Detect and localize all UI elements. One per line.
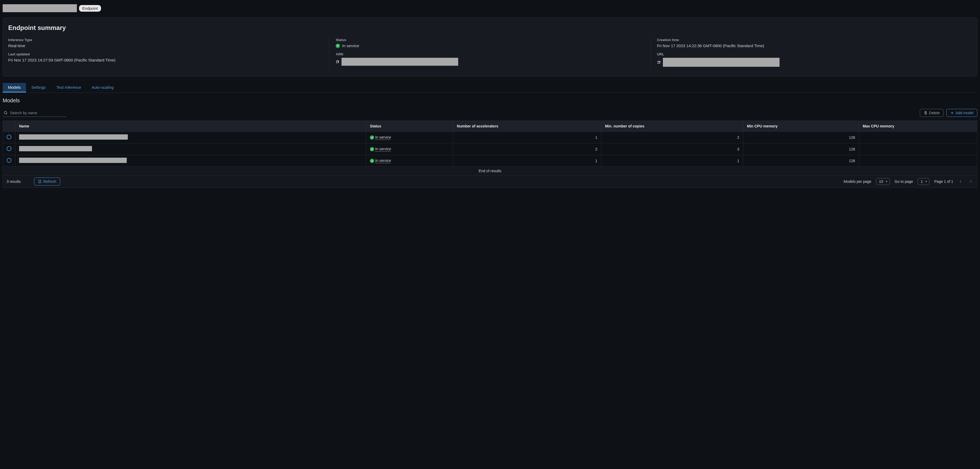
- cell-status: ✓ In service: [366, 132, 453, 143]
- table-row: ✓ In service 2 3 128: [3, 143, 977, 155]
- end-of-results: End of results: [3, 167, 977, 176]
- svg-rect-1: [657, 62, 659, 63]
- radio-button[interactable]: [6, 135, 11, 139]
- check-icon: ✓: [370, 159, 374, 163]
- plus-icon: [950, 111, 954, 115]
- name-redacted[interactable]: [19, 158, 127, 163]
- cell-accel: 1: [453, 155, 601, 167]
- url-redacted: [663, 58, 780, 67]
- table-row: ✓ In service 1 2 128: [3, 132, 977, 143]
- svg-rect-0: [336, 61, 338, 63]
- cell-min-copies: 1: [601, 155, 743, 167]
- cell-select: [3, 143, 15, 155]
- cell-min-cpu: 128: [743, 132, 859, 143]
- go-to-page-select[interactable]: 1: [918, 178, 929, 185]
- cell-name: [15, 132, 366, 143]
- next-page-button[interactable]: [968, 179, 974, 184]
- models-per-page-select[interactable]: 10: [876, 178, 890, 185]
- page-indicator: Page 1 of 1: [934, 179, 953, 184]
- chevron-left-icon: [959, 180, 962, 183]
- cell-max-cpu: [859, 155, 977, 167]
- table-row: ✓ In service 1 1 128: [3, 155, 977, 167]
- field-label: ARN: [336, 52, 646, 56]
- cell-max-cpu: [859, 143, 977, 155]
- breadcrumb: Endpoint: [3, 4, 977, 12]
- go-to-page-select-wrap: 1: [918, 178, 929, 185]
- footer-right: Models per page 10 Go to page 1 Page 1 o…: [844, 178, 974, 185]
- models-per-page-select-wrap: 10: [876, 178, 890, 185]
- copy-icon[interactable]: [336, 60, 339, 63]
- cell-status: ✓ In service: [366, 143, 453, 155]
- col-min-cpu: Min CPU memory: [743, 121, 859, 132]
- cell-name: [15, 155, 366, 167]
- tab-settings[interactable]: Settings: [26, 83, 51, 92]
- summary-inference-type: Inference Type Real-time: [8, 37, 329, 51]
- models-per-page-label: Models per page: [844, 179, 871, 184]
- tab-models[interactable]: Models: [3, 83, 26, 92]
- field-label: Last updated: [8, 52, 325, 56]
- summary-last-updated: Last updated Fri Nov 17 2023 14:27:59 GM…: [8, 51, 329, 70]
- summary-grid: Inference Type Real-time Status ✓ In ser…: [8, 37, 972, 70]
- cell-min-copies: 3: [601, 143, 743, 155]
- check-icon: ✓: [370, 135, 374, 139]
- status-link[interactable]: In service: [375, 158, 391, 163]
- copy-icon[interactable]: [657, 60, 661, 64]
- endpoint-badge: Endpoint: [79, 5, 101, 12]
- field-label: URL: [657, 52, 967, 56]
- arn-redacted: [342, 58, 458, 66]
- refresh-icon: [38, 180, 41, 183]
- summary-title: Endpoint summary: [8, 24, 972, 32]
- search-input[interactable]: [3, 109, 66, 117]
- go-to-page-label: Go to page: [895, 179, 913, 184]
- cell-min-cpu: 128: [743, 155, 859, 167]
- col-accel: Number of accelerators: [453, 121, 601, 132]
- check-icon: ✓: [370, 147, 374, 151]
- summary-status: Status ✓ In service: [329, 37, 651, 51]
- field-value: ✓ In service: [336, 43, 646, 48]
- models-table: Name Status Number of accelerators Min. …: [3, 120, 977, 167]
- models-title: Models: [3, 98, 977, 104]
- footer: 3 results Refresh Models per page 10 Go …: [3, 176, 977, 188]
- cell-min-cpu: 128: [743, 143, 859, 155]
- table-header-row: Name Status Number of accelerators Min. …: [3, 121, 977, 132]
- cell-max-cpu: [859, 132, 977, 143]
- radio-button[interactable]: [6, 146, 11, 151]
- cell-accel: 1: [453, 132, 601, 143]
- cell-select: [3, 155, 15, 167]
- cell-accel: 2: [453, 143, 601, 155]
- cell-select: [3, 132, 15, 143]
- svg-point-2: [4, 111, 6, 114]
- add-label: Add model: [956, 111, 974, 115]
- refresh-button[interactable]: Refresh: [34, 177, 60, 185]
- toolbar: Delete Add model: [3, 109, 977, 117]
- delete-label: Delete: [929, 111, 940, 115]
- field-value: Fri Nov 17 2023 14:22:36 GMT-0800 (Pacif…: [657, 43, 967, 48]
- toolbar-right: Delete Add model: [920, 109, 977, 117]
- tabs: Models Settings Test inference Auto-scal…: [3, 83, 977, 93]
- col-min-copies: Min. number of copies: [601, 121, 743, 132]
- delete-button[interactable]: Delete: [920, 109, 944, 117]
- trash-icon: [924, 111, 928, 115]
- chevron-right-icon: [969, 180, 972, 183]
- footer-left: 3 results Refresh: [6, 177, 60, 185]
- check-icon: ✓: [336, 44, 340, 48]
- field-label: Status: [336, 38, 646, 42]
- add-model-button[interactable]: Add model: [946, 109, 977, 117]
- tab-auto-scaling[interactable]: Auto-scaling: [86, 83, 119, 92]
- col-select: [3, 121, 15, 132]
- summary-card: Endpoint summary Inference Type Real-tim…: [3, 17, 977, 76]
- status-link[interactable]: In service: [375, 147, 391, 151]
- cell-min-copies: 2: [601, 132, 743, 143]
- col-max-cpu: Max CPU memory: [859, 121, 977, 132]
- results-count: 3 results: [6, 179, 21, 184]
- radio-button[interactable]: [6, 158, 11, 163]
- status-link[interactable]: In service: [375, 135, 391, 139]
- cell-name: [15, 143, 366, 155]
- prev-page-button[interactable]: [958, 179, 963, 184]
- search-icon: [4, 111, 8, 115]
- field-value: [336, 58, 646, 66]
- name-redacted[interactable]: [19, 146, 92, 151]
- name-redacted[interactable]: [19, 134, 128, 139]
- field-value: Fri Nov 17 2023 14:27:59 GMT-0800 (Pacif…: [8, 58, 325, 62]
- tab-test-inference[interactable]: Test inference: [51, 83, 86, 92]
